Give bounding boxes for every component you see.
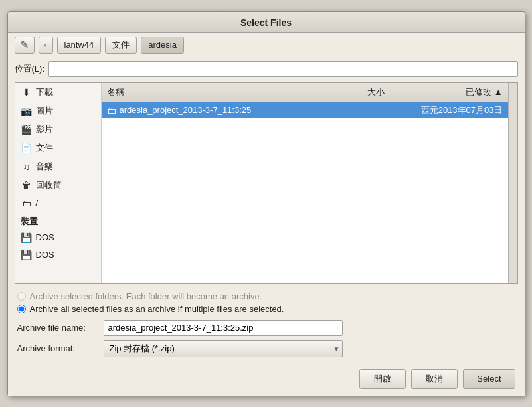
archive-format-select[interactable]: Zip 封存檔 (*.zip) Tar.gz 封存檔 (*.tar.gz) Ta… [104,340,343,357]
drive-icon-1: 💾 [21,232,33,243]
radio-label-2: Archive all selected files as an archive… [30,304,284,314]
breadcrumb-label-ardesia: ardesia [148,40,177,50]
video-icon: 🎬 [21,124,33,135]
breadcrumb-lantw44[interactable]: lantw44 [57,37,102,54]
archive-name-row: Archive file name: [17,320,515,336]
select-files-dialog: Select Files ✎ ‹ lantw44 文件 ardesia 位置(L… [7,11,525,396]
toolbar: ✎ ‹ lantw44 文件 ardesia [8,33,525,58]
file-row-name: 🗀 ardesia_project_2013-3-7_11:3:25 [102,105,362,116]
dialog-title: Select Files [8,12,525,33]
scrollbar[interactable] [508,83,517,283]
sidebar-item-root[interactable]: 🗀 / [15,195,101,212]
archive-format-row: Archive format: Zip 封存檔 (*.zip) Tar.gz 封… [17,340,515,357]
sidebar: ⬇ 下載 📷 圖片 🎬 影片 📄 文件 ♫ 音樂 🗑 回收筒 [15,83,102,283]
sidebar-label-root: / [36,198,39,208]
breadcrumb-label-wenjiàn: 文件 [112,39,130,51]
drive-icon-2: 💾 [21,250,33,260]
main-area: ⬇ 下載 📷 圖片 🎬 影片 📄 文件 ♫ 音樂 🗑 回收筒 [15,82,518,284]
sidebar-item-pictures[interactable]: 📷 圖片 [15,102,101,120]
open-button[interactable]: 開啟 [359,369,406,389]
cancel-button[interactable]: 取消 [411,369,458,389]
sidebar-item-dos1[interactable]: 💾 DOS [15,229,101,246]
document-icon: 📄 [21,143,33,153]
radio-row-1: Archive selected folders. Each folder wi… [17,291,515,301]
col-header-size[interactable]: 大小 [362,85,402,100]
location-bar: 位置(L): [8,58,525,80]
archive-name-label: Archive file name: [17,323,104,333]
select-button[interactable]: Select [463,369,515,389]
sidebar-item-dos2[interactable]: 💾 DOS [15,246,101,264]
file-list: 🗀 ardesia_project_2013-3-7_11:3:25 西元201… [102,102,508,283]
location-input[interactable] [48,61,518,77]
archive-name-input[interactable] [104,320,343,336]
file-row-modified: 西元2013年07月03日 [402,104,508,116]
divider [17,317,515,317]
col-header-modified[interactable]: 已修改 ▲ [402,85,508,100]
sidebar-label-trash: 回收筒 [36,179,62,191]
sort-arrow-icon: ▲ [494,87,503,97]
radio-row-2: Archive all selected files as an archive… [17,304,515,314]
col-header-name[interactable]: 名稱 [102,85,362,100]
sidebar-label-documents: 文件 [36,142,53,154]
sidebar-item-trash[interactable]: 🗑 回收筒 [15,176,101,195]
breadcrumb-wenjiàn[interactable]: 文件 [105,37,137,54]
sidebar-section-devices: 裝置 [15,212,101,229]
button-row: 開啟 取消 Select [8,364,525,396]
sidebar-label-download: 下載 [36,86,53,98]
folder-icon: 🗀 [21,198,33,208]
download-icon: ⬇ [21,87,33,98]
sidebar-label-pictures: 圖片 [36,105,53,117]
sidebar-label-music: 音樂 [36,161,53,173]
archive-format-label: Archive format: [17,343,104,353]
camera-icon: 📷 [21,106,33,116]
sidebar-item-download[interactable]: ⬇ 下載 [15,83,101,102]
sidebar-label-dos1: DOS [36,232,54,242]
folder-icon: 🗀 [107,105,116,116]
back-arrow-button[interactable]: ‹ [39,37,53,54]
file-panel: 名稱 大小 已修改 ▲ 🗀 ardesia_project_2013-3-7_1… [102,83,508,283]
radio-archive-folders[interactable] [17,292,26,301]
sidebar-item-music[interactable]: ♫ 音樂 [15,157,101,176]
radio-label-1: Archive selected folders. Each folder wi… [30,291,262,301]
options-area: Archive selected folders. Each folder wi… [8,286,525,364]
location-label: 位置(L): [15,63,45,75]
sidebar-label-dos2: DOS [36,250,54,260]
sidebar-label-video: 影片 [36,123,53,135]
breadcrumb-ardesia[interactable]: ardesia [141,37,184,54]
breadcrumb-label-lantw44: lantw44 [64,40,94,50]
back-arrow-icon: ‹ [44,41,47,50]
file-header: 名稱 大小 已修改 ▲ [102,83,508,102]
sidebar-item-documents[interactable]: 📄 文件 [15,139,101,157]
sidebar-item-video[interactable]: 🎬 影片 [15,120,101,139]
edit-icon: ✎ [20,39,29,51]
radio-archive-all[interactable] [17,305,26,313]
archive-format-wrapper: Zip 封存檔 (*.zip) Tar.gz 封存檔 (*.tar.gz) Ta… [104,340,343,357]
music-icon: ♫ [21,161,33,172]
edit-button[interactable]: ✎ [15,37,35,54]
trash-icon: 🗑 [21,180,33,191]
table-row[interactable]: 🗀 ardesia_project_2013-3-7_11:3:25 西元201… [102,102,508,118]
